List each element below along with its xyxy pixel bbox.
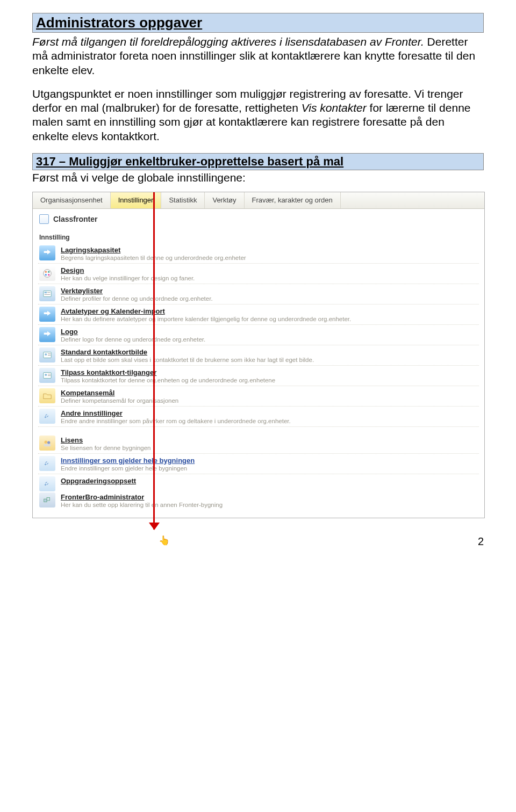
doc-h1: Administrators oppgaver bbox=[36, 15, 480, 31]
svg-rect-21 bbox=[47, 497, 49, 500]
row-title: Oppgraderingsoppsett bbox=[61, 477, 478, 485]
subsection-heading-banner: 317 – Muliggjør enkeltbruker-opprettelse… bbox=[32, 153, 484, 170]
svg-point-3 bbox=[45, 274, 47, 276]
doc-h2: 317 – Muliggjør enkeltbruker-opprettelse… bbox=[36, 155, 480, 169]
row-andre[interactable]: Andre innstillinger Endre andre innstill… bbox=[38, 407, 479, 427]
svg-rect-15 bbox=[48, 374, 51, 374]
svg-rect-6 bbox=[45, 292, 47, 293]
arrows-icon bbox=[39, 307, 55, 322]
row-desc: Definer profiler for denne og underordne… bbox=[61, 295, 478, 302]
svg-point-18 bbox=[47, 441, 50, 444]
row-desc: Her kan du sette opp klarering til en an… bbox=[61, 502, 478, 508]
arrows-icon bbox=[39, 327, 55, 342]
row-title: Avtaletyper og Kalender-import bbox=[61, 307, 478, 315]
row-avtaletyper[interactable]: Avtaletyper og Kalender-import Her kan d… bbox=[38, 305, 479, 325]
classfronter-row: Classfronter bbox=[33, 209, 484, 228]
lead-italic: Først må tilgangen til foreldrepålogging… bbox=[32, 35, 424, 48]
row-title: Kompetansemål bbox=[61, 389, 478, 397]
svg-point-10 bbox=[45, 353, 47, 356]
svg-rect-7 bbox=[47, 292, 50, 293]
tab-org[interactable]: Organisasjonsenhet bbox=[33, 192, 111, 208]
tab-statistikk[interactable]: Statistikk bbox=[161, 192, 205, 208]
svg-point-1 bbox=[45, 271, 47, 273]
tab-fravaer[interactable]: Fravær, karakter og orden bbox=[245, 192, 341, 208]
row-title: FronterBro-administrator bbox=[61, 493, 478, 501]
wrench-icon bbox=[39, 409, 55, 424]
row-title-link[interactable]: Innstillinger som gjelder hele bygningen bbox=[61, 456, 478, 465]
tabs-bar: Organisasjonsenhet Innstillinger Statist… bbox=[33, 192, 484, 209]
page-number: 2 bbox=[0, 529, 516, 563]
row-desc: Se lisensen for denne bygningen bbox=[61, 445, 478, 451]
tab-verktoy[interactable]: Verktøy bbox=[205, 192, 244, 208]
row-lagringskapasitet[interactable]: Lagringskapasitet Begrens lagringskapasi… bbox=[38, 243, 479, 264]
body-paragraph: Utgangspunktet er noen innstillinger som… bbox=[32, 87, 484, 143]
svg-point-0 bbox=[44, 270, 51, 277]
classfronter-checkbox[interactable] bbox=[39, 214, 49, 224]
classfronter-label: Classfronter bbox=[53, 215, 97, 223]
row-title: Lisens bbox=[61, 436, 478, 444]
row-title: Logo bbox=[61, 328, 478, 336]
row-tilganger[interactable]: Tilpass kontaktkort-tilganger Tilpass ko… bbox=[38, 366, 479, 386]
card-icon bbox=[39, 347, 55, 363]
row-desc: Her kan du velge innstillinger for desig… bbox=[61, 275, 478, 281]
row-logo[interactable]: Logo Definer logo for denne og underordn… bbox=[38, 325, 479, 345]
palette-icon bbox=[39, 266, 55, 281]
body-italic: Vis kontakter bbox=[302, 102, 367, 114]
svg-rect-19 bbox=[44, 444, 51, 447]
row-kontaktkortbilde[interactable]: Standard kontaktkortbilde Last opp et bi… bbox=[38, 345, 479, 366]
cubes-icon bbox=[39, 492, 55, 508]
arrows-icon bbox=[39, 245, 55, 260]
row-desc: Her kan du definere avtaletyper og impor… bbox=[61, 316, 478, 322]
svg-point-17 bbox=[45, 440, 47, 443]
row-title: Tilpass kontaktkort-tilganger bbox=[61, 368, 478, 376]
screenshot-frame: 👆 Organisasjonsenhet Innstillinger Stati… bbox=[32, 192, 485, 518]
wrench-icon bbox=[39, 456, 55, 471]
wrench-icon bbox=[39, 476, 55, 491]
list-icon bbox=[39, 286, 55, 301]
row-design[interactable]: Design Her kan du velge innstillinger fo… bbox=[38, 264, 479, 284]
annotation-arrow bbox=[153, 192, 155, 530]
row-desc: Tilpass kontaktkortet for denne org.enhe… bbox=[61, 377, 478, 383]
row-title: Lagringskapasitet bbox=[61, 246, 478, 254]
row-fronterbro[interactable]: FronterBro-administrator Her kan du sett… bbox=[38, 492, 479, 510]
row-title: Design bbox=[61, 266, 478, 274]
svg-rect-20 bbox=[44, 499, 47, 502]
cursor-icon: 👆 bbox=[159, 535, 170, 546]
section-heading-banner: Administrators oppgaver bbox=[32, 13, 484, 33]
lead-paragraph: Først må tilgangen til foreldrepålogging… bbox=[32, 35, 484, 77]
row-desc: Endre innstillinger som gjelder hele byg… bbox=[61, 465, 478, 472]
svg-rect-16 bbox=[48, 375, 51, 376]
svg-rect-11 bbox=[48, 353, 51, 354]
users-icon bbox=[39, 436, 55, 451]
after-subheading-text: Først må vi velge de globale innstilling… bbox=[32, 171, 484, 184]
row-oppgradering[interactable]: Oppgraderingsoppsett bbox=[38, 474, 479, 492]
settings-list: Lagringskapasitet Begrens lagringskapasi… bbox=[33, 242, 484, 518]
row-desc: Begrens lagringskapasiteten til denne og… bbox=[61, 255, 478, 261]
row-title: Andre innstillinger bbox=[61, 409, 478, 417]
section-label-innstilling: Innstilling bbox=[33, 228, 484, 242]
row-desc: Endre andre innstillinger som påvirker r… bbox=[61, 418, 478, 424]
svg-rect-5 bbox=[44, 291, 51, 296]
row-kompetansemal[interactable]: Kompetansemål Definer kompetansemål for … bbox=[38, 386, 479, 407]
svg-point-14 bbox=[45, 374, 47, 376]
card-icon bbox=[39, 368, 55, 383]
row-verktoylister[interactable]: Verktøylister Definer profiler for denne… bbox=[38, 284, 479, 305]
row-title: Verktøylister bbox=[61, 287, 478, 295]
svg-point-2 bbox=[48, 271, 50, 273]
svg-rect-12 bbox=[48, 355, 51, 356]
row-desc: Definer kompetansemål for organisasjonen bbox=[61, 397, 478, 404]
row-innstillinger-bygning[interactable]: Innstillinger som gjelder hele bygningen… bbox=[38, 454, 479, 474]
row-desc: Last opp et bilde som skal vises i konta… bbox=[61, 357, 478, 363]
row-desc: Definer logo for denne og underordnede o… bbox=[61, 336, 478, 343]
svg-point-4 bbox=[48, 274, 50, 276]
row-lisens[interactable]: Lisens Se lisensen for denne bygningen bbox=[38, 433, 479, 454]
svg-rect-8 bbox=[45, 294, 51, 295]
row-title: Standard kontaktkortbilde bbox=[61, 348, 478, 356]
folder-icon bbox=[39, 388, 55, 403]
